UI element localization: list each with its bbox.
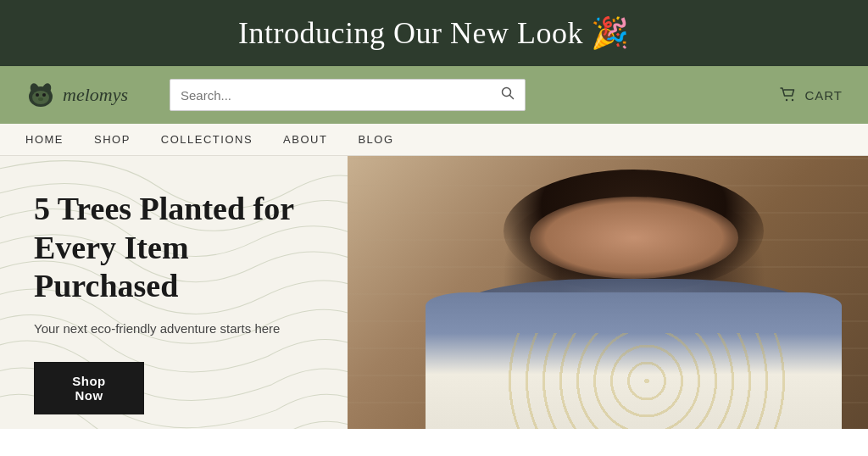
nav-item-home[interactable]: HOME [25, 133, 64, 146]
cart-icon [779, 86, 798, 104]
nav-item-about[interactable]: ABOUT [283, 133, 327, 146]
site-header: melomys CART [0, 66, 868, 124]
hero-heading: 5 Trees Planted for Every Item Purchased [34, 190, 314, 306]
hero-section: 5 Trees Planted for Every Item Purchased… [0, 156, 868, 429]
announcement-bar: Introducing Our New Look 🎉 [0, 0, 868, 66]
search-bar[interactable] [170, 79, 526, 111]
shop-now-button[interactable]: Shop Now [34, 362, 144, 414]
nav-item-collections[interactable]: COLLECTIONS [161, 133, 253, 146]
hero-subtext: Your next eco-friendly adventure starts … [34, 320, 314, 339]
svg-point-10 [792, 99, 793, 101]
svg-point-6 [38, 97, 43, 101]
svg-point-9 [786, 99, 787, 101]
svg-point-5 [42, 93, 46, 97]
nav-item-blog[interactable]: BLOG [358, 133, 393, 146]
svg-line-8 [510, 96, 514, 99]
logo[interactable]: melomys [25, 80, 153, 110]
logo-text: melomys [63, 84, 128, 106]
svg-point-4 [36, 93, 39, 97]
nav-item-shop[interactable]: SHOP [94, 133, 131, 146]
search-icon [501, 86, 515, 100]
hero-left-panel: 5 Trees Planted for Every Item Purchased… [0, 156, 348, 429]
cart-label: CART [804, 88, 843, 103]
announcement-text: Introducing Our New Look 🎉 [238, 16, 630, 50]
search-input[interactable] [181, 88, 494, 103]
main-nav: HOME SHOP COLLECTIONS ABOUT BLOG [0, 124, 868, 156]
search-button[interactable] [501, 86, 515, 103]
cart-button[interactable]: CART [779, 86, 843, 104]
hero-right-panel [348, 156, 868, 429]
logo-icon [25, 80, 56, 110]
hero-image [348, 156, 868, 429]
